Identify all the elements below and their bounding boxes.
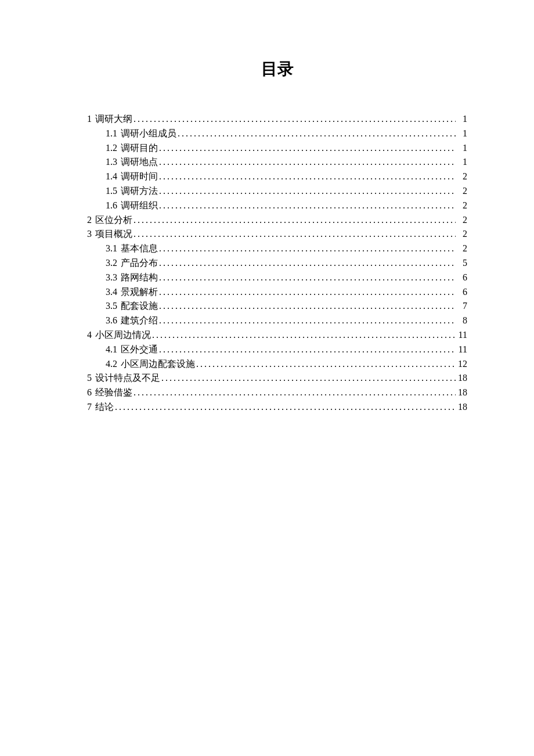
toc-entry-page: 2 — [457, 213, 467, 228]
toc-entry[interactable]: 3.2产品分布5 — [87, 256, 467, 271]
toc-leader-dots — [161, 371, 456, 386]
toc-entry-title: 调研目的 — [121, 141, 158, 156]
toc-entry-title: 调研地点 — [121, 155, 158, 170]
toc-entry-number: 4.2 — [106, 357, 117, 372]
toc-entry-page: 1 — [457, 112, 467, 127]
toc-leader-dots — [159, 184, 456, 199]
toc-entry-number: 1.6 — [106, 199, 117, 213]
toc-entry-number: 1.2 — [106, 141, 117, 156]
toc-list: 1调研大纲11.1调研小组成员11.2调研目的11.3调研地点11.4调研时间2… — [87, 112, 467, 415]
toc-entry-title: 项目概况 — [95, 227, 132, 242]
toc-entry[interactable]: 1.6调研组织2 — [87, 199, 467, 213]
toc-entry-title: 结论 — [95, 400, 114, 415]
toc-leader-dots — [159, 343, 456, 357]
toc-entry[interactable]: 3.5配套设施7 — [87, 299, 467, 314]
toc-entry-title: 区外交通 — [121, 343, 158, 357]
toc-entry-title: 调研时间 — [121, 170, 158, 184]
toc-entry-title: 产品分布 — [121, 256, 158, 271]
toc-leader-dots — [159, 299, 456, 314]
toc-entry-page: 1 — [457, 141, 467, 156]
toc-entry-page: 18 — [457, 371, 467, 386]
toc-entry-number: 1.1 — [106, 127, 117, 141]
toc-entry-page: 1 — [457, 127, 467, 141]
toc-leader-dots — [159, 314, 456, 328]
toc-entry-title: 设计特点及不足 — [95, 371, 160, 386]
toc-entry[interactable]: 6经验借鉴18 — [87, 386, 467, 400]
toc-entry-number: 3 — [87, 227, 92, 242]
toc-entry-number: 3.3 — [106, 271, 117, 285]
toc-entry-page: 6 — [457, 271, 467, 285]
toc-entry[interactable]: 1.1调研小组成员1 — [87, 127, 467, 141]
toc-entry-number: 7 — [87, 400, 92, 415]
toc-entry-number: 3.4 — [106, 285, 117, 300]
toc-entry-page: 2 — [457, 170, 467, 184]
toc-entry-page: 7 — [457, 299, 467, 314]
toc-entry-number: 3.5 — [106, 299, 117, 314]
toc-entry-page: 2 — [457, 184, 467, 199]
toc-leader-dots — [115, 400, 456, 415]
toc-entry-number: 4 — [87, 328, 92, 343]
toc-leader-dots — [159, 256, 456, 271]
toc-leader-dots — [159, 271, 456, 285]
toc-entry-title: 建筑介绍 — [121, 314, 158, 328]
toc-entry-number: 1.4 — [106, 170, 117, 184]
toc-entry[interactable]: 3.3路网结构6 — [87, 271, 467, 285]
toc-entry-title: 区位分析 — [95, 213, 132, 228]
toc-entry[interactable]: 1.5调研方法2 — [87, 184, 467, 199]
toc-leader-dots — [152, 328, 456, 343]
toc-entry-number: 4.1 — [106, 343, 117, 357]
toc-entry-number: 3.2 — [106, 256, 117, 271]
toc-leader-dots — [196, 357, 456, 372]
toc-entry-page: 1 — [457, 155, 467, 170]
toc-title: 目录 — [87, 58, 467, 80]
toc-entry-title: 调研小组成员 — [121, 127, 176, 141]
toc-entry[interactable]: 1.2调研目的1 — [87, 141, 467, 156]
toc-entry[interactable]: 3.1基本信息2 — [87, 242, 467, 256]
toc-entry[interactable]: 3.4景观解析6 — [87, 285, 467, 300]
toc-entry-number: 6 — [87, 386, 92, 400]
toc-entry-page: 8 — [457, 314, 467, 328]
toc-entry-title: 经验借鉴 — [95, 386, 132, 400]
toc-entry-title: 基本信息 — [121, 242, 158, 256]
toc-leader-dots — [134, 213, 456, 228]
toc-entry-page: 2 — [457, 227, 467, 242]
toc-entry-page: 5 — [457, 256, 467, 271]
toc-entry-title: 调研方法 — [121, 184, 158, 199]
toc-leader-dots — [159, 242, 456, 256]
toc-leader-dots — [159, 285, 456, 300]
toc-entry[interactable]: 1调研大纲1 — [87, 112, 467, 127]
toc-entry-page: 18 — [457, 400, 467, 415]
toc-entry-title: 配套设施 — [121, 299, 158, 314]
toc-entry-number: 5 — [87, 371, 92, 386]
toc-entry-page: 6 — [457, 285, 467, 300]
toc-entry-title: 景观解析 — [121, 285, 158, 300]
toc-entry[interactable]: 4.1区外交通11 — [87, 343, 467, 357]
toc-entry-number: 1.5 — [106, 184, 117, 199]
toc-leader-dots — [134, 112, 456, 127]
toc-entry-number: 2 — [87, 213, 92, 228]
toc-entry-number: 1 — [87, 112, 92, 127]
toc-entry[interactable]: 5设计特点及不足18 — [87, 371, 467, 386]
toc-entry-page: 2 — [457, 199, 467, 213]
toc-entry-page: 11 — [457, 343, 467, 357]
toc-leader-dots — [134, 386, 456, 400]
toc-entry[interactable]: 1.3调研地点1 — [87, 155, 467, 170]
toc-entry[interactable]: 3.6建筑介绍8 — [87, 314, 467, 328]
toc-leader-dots — [159, 141, 456, 156]
toc-entry[interactable]: 1.4调研时间2 — [87, 170, 467, 184]
toc-entry[interactable]: 4.2小区周边配套设施12 — [87, 357, 467, 372]
toc-entry-page: 11 — [457, 328, 467, 343]
toc-entry-title: 小区周边情况 — [95, 328, 151, 343]
toc-entry-title: 路网结构 — [121, 271, 158, 285]
toc-entry[interactable]: 7结论18 — [87, 400, 467, 415]
toc-entry[interactable]: 4小区周边情况11 — [87, 328, 467, 343]
toc-leader-dots — [159, 155, 456, 170]
toc-entry-number: 1.3 — [106, 155, 117, 170]
toc-leader-dots — [134, 227, 456, 242]
toc-entry[interactable]: 2区位分析2 — [87, 213, 467, 228]
toc-entry-number: 3.1 — [106, 242, 117, 256]
toc-entry[interactable]: 3项目概况2 — [87, 227, 467, 242]
toc-entry-page: 2 — [457, 242, 467, 256]
toc-entry-number: 3.6 — [106, 314, 117, 328]
toc-leader-dots — [178, 127, 456, 141]
